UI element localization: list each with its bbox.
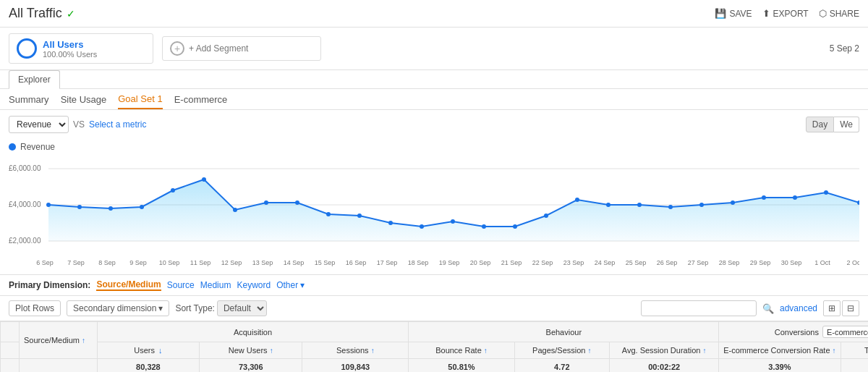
dim-source[interactable]: Source	[167, 280, 195, 290]
week-button[interactable]: We	[834, 117, 859, 132]
secondary-dimension-button[interactable]: Secondary dimension ▾	[67, 300, 169, 316]
svg-text:10 Sep: 10 Sep	[159, 259, 180, 266]
svg-text:28 Sep: 28 Sep	[719, 259, 740, 266]
svg-text:30 Sep: 30 Sep	[781, 259, 802, 266]
save-button[interactable]: 💾 SAVE	[715, 8, 752, 19]
add-segment-button[interactable]: + + Add Segment	[162, 36, 321, 61]
select-metric-link[interactable]: Select a metric	[89, 119, 146, 130]
th-sessions[interactable]: Sessions ↑	[302, 342, 409, 359]
sort-select[interactable]: Default	[217, 300, 267, 316]
dim-medium[interactable]: Medium	[200, 280, 231, 290]
th-source-medium-group: Source/Medium ↑	[20, 322, 98, 359]
share-button[interactable]: ⬡ SHARE	[819, 8, 859, 19]
sort-icon4[interactable]: ↑	[484, 347, 488, 355]
svg-text:18 Sep: 18 Sep	[408, 259, 429, 266]
share-icon: ⬡	[819, 8, 827, 19]
chevron-down-icon: ▾	[158, 303, 163, 313]
svg-point-8	[77, 205, 82, 209]
sort-icon[interactable]: ↑	[82, 337, 85, 344]
vs-label: VS	[73, 119, 85, 130]
svg-point-15	[295, 200, 299, 205]
chart-legend: Revenue	[9, 139, 859, 158]
sort-icon2[interactable]: ↑	[270, 347, 273, 355]
sort-type-label: Sort Type:	[175, 303, 214, 313]
legend-dot-icon	[9, 143, 16, 151]
svg-text:£6,000.00: £6,000.00	[9, 164, 41, 172]
chart-area: Revenue £6,000.00 £4,000.00 £2,000.00	[0, 139, 868, 274]
search-input[interactable]	[641, 300, 757, 316]
segment-pct: 100.00% Users	[43, 50, 97, 59]
table-controls-right: 🔍 advanced ⊞ ⊟	[641, 300, 859, 316]
svg-point-7	[46, 203, 51, 207]
total-transactions: 3,724 % of Total: 100.00% (3,724)	[841, 359, 868, 373]
svg-text:9 Sep: 9 Sep	[129, 259, 147, 266]
chart-svg-wrapper: £6,000.00 £4,000.00 £2,000.00	[9, 158, 859, 269]
svg-point-25	[606, 203, 610, 207]
dim-other[interactable]: Other ▾	[276, 280, 305, 290]
metric-select[interactable]: Revenue	[9, 116, 69, 133]
th-new-users[interactable]: New Users ↑	[200, 342, 302, 359]
ecommerce-dropdown[interactable]: E-commerce ▾	[822, 326, 868, 338]
chart-view-button[interactable]: ⊟	[842, 300, 859, 316]
svg-text:13 Sep: 13 Sep	[252, 259, 273, 266]
svg-point-30	[762, 195, 766, 200]
th-pages-session[interactable]: Pages/Session ↑	[514, 342, 610, 359]
th-users[interactable]: Users ↓	[97, 342, 200, 359]
th-transactions[interactable]: Transactions ↑	[841, 342, 868, 359]
svg-point-18	[388, 221, 393, 225]
th-avg-session[interactable]: Avg. Session Duration ↑	[610, 342, 719, 359]
svg-text:21 Sep: 21 Sep	[501, 259, 522, 266]
plot-rows-button[interactable]: Plot Rows	[9, 300, 61, 316]
subtabs: Summary Site Usage Goal Set 1 E-commerce	[0, 89, 868, 110]
day-button[interactable]: Day	[806, 117, 834, 132]
segment-left: All Users 100.00% Users + + Add Segment	[9, 33, 321, 64]
svg-point-14	[264, 200, 268, 205]
svg-point-21	[482, 224, 486, 229]
svg-point-12	[202, 177, 206, 182]
data-table: Source/Medium ↑ Acquisition Behaviour Co…	[0, 321, 868, 372]
view-buttons: ⊞ ⊟	[823, 300, 859, 316]
sort-icon3[interactable]: ↑	[371, 347, 375, 355]
date-range: 5 Sep 2	[830, 43, 859, 54]
total-sessions: 109,843 % of Total: 100.00% (109,843)	[302, 359, 409, 373]
svg-text:15 Sep: 15 Sep	[315, 259, 336, 266]
segment-info: All Users 100.00% Users	[43, 39, 97, 59]
subtab-summary[interactable]: Summary	[9, 94, 49, 109]
total-avg-session: 00:02:22 Avg for View: 00:02:22 (0.00%)	[610, 359, 719, 373]
total-checkbox	[1, 359, 20, 373]
th-ecomm-rate[interactable]: E-commerce Conversion Rate ↑	[719, 342, 841, 359]
dim-source-medium[interactable]: Source/Medium	[96, 279, 161, 291]
tabs-container: Explorer	[0, 70, 868, 89]
secondary-dim-label: Secondary dimension	[73, 303, 156, 313]
legend-label: Revenue	[20, 142, 55, 152]
svg-point-10	[140, 205, 144, 209]
sort-icon7[interactable]: ↑	[833, 347, 836, 355]
tab-explorer[interactable]: Explorer	[9, 70, 60, 89]
export-button[interactable]: ⬆ EXPORT	[762, 8, 809, 19]
total-new-users: 73,306 % of Total: 100.03% (73,287)	[200, 359, 302, 373]
sort-icon6[interactable]: ↑	[703, 347, 707, 355]
svg-point-24	[575, 198, 579, 202]
subtab-site-usage[interactable]: Site Usage	[61, 94, 107, 109]
th-acquisition-group: Acquisition	[97, 322, 409, 342]
dim-keyword[interactable]: Keyword	[237, 280, 271, 290]
sort-down-icon[interactable]: ↓	[158, 346, 163, 355]
svg-point-26	[637, 203, 642, 207]
export-icon: ⬆	[762, 8, 770, 19]
all-users-segment[interactable]: All Users 100.00% Users	[9, 33, 153, 64]
svg-point-9	[109, 206, 113, 211]
subtab-ecommerce[interactable]: E-commerce	[174, 94, 228, 109]
total-bounce-rate: 50.81% Avg for View: 50.81% (0.00%)	[409, 359, 514, 373]
search-icon: 🔍	[762, 303, 774, 314]
sort-icon5[interactable]: ↑	[588, 347, 592, 355]
svg-point-11	[171, 188, 175, 193]
total-pages-session: 4.72 Avg for View: 4.72 (0.00%)	[514, 359, 610, 373]
svg-point-32	[824, 190, 828, 195]
svg-text:24 Sep: 24 Sep	[595, 259, 616, 266]
svg-point-20	[451, 219, 455, 224]
advanced-link[interactable]: advanced	[780, 303, 817, 313]
subtab-goal-set-1[interactable]: Goal Set 1	[118, 93, 162, 109]
svg-text:25 Sep: 25 Sep	[626, 259, 647, 266]
table-view-button[interactable]: ⊞	[823, 300, 841, 316]
th-bounce-rate[interactable]: Bounce Rate ↑	[409, 342, 514, 359]
